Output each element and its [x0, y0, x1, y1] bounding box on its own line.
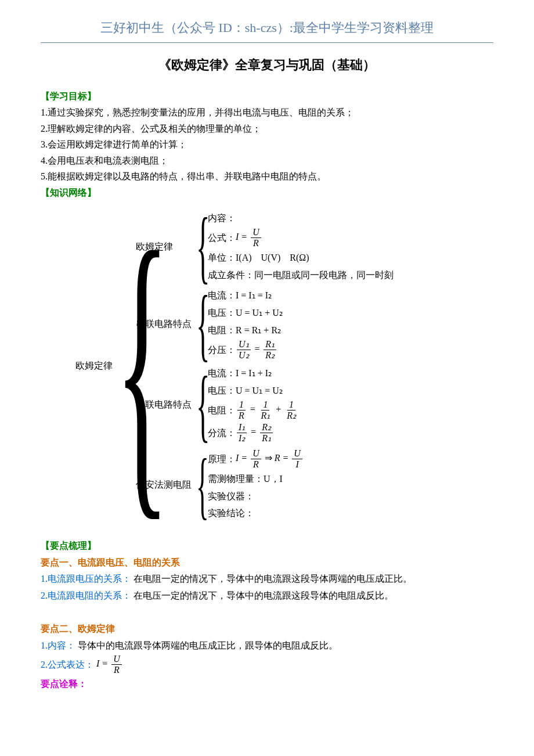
brace-icon: { — [196, 372, 200, 437]
point1-2-label: 2.电流跟电阻的关系： — [41, 591, 131, 600]
page-header: 三好初中生（公众号 ID：sh-czs）:最全中学生学习资料整理 — [41, 17, 493, 43]
formula: I = UR ⇒ R = UI — [236, 449, 304, 469]
goal-item: 1.通过实验探究，熟悉控制变量法的应用，并得出电流与电压、电阻的关系； — [41, 105, 493, 120]
goals-label: 【学习目标】 — [41, 91, 96, 101]
item-prefix: 公式： — [208, 231, 236, 246]
tree-item: 电流：I = I₁ = I₂ — [208, 288, 283, 303]
point-note-label: 要点诠释： — [41, 679, 87, 689]
formula: I = UR — [94, 654, 123, 675]
tree-item: 单位：I(A) U(V) R(Ω) — [208, 250, 394, 265]
tree-item: 电阻：R = R₁ + R₂ — [208, 323, 283, 338]
formula: I₁I₂ = R₂R₁ — [236, 423, 274, 443]
point1-2-text: 在电压一定的情况下，导体中的电流跟这段导体的电阻成反比。 — [134, 591, 394, 600]
item-prefix: 电阻： — [208, 403, 236, 418]
tree-branch-series: 串联电路特点 { 电流：I = I₁ = I₂ 电压：U = U₁ + U₂ 电… — [136, 288, 394, 360]
brace-icon: { — [196, 455, 200, 515]
goal-item: 5.能根据欧姆定律以及电路的特点，得出串、并联电路中电阻的特点。 — [41, 169, 493, 184]
points-label: 【要点梳理】 — [41, 541, 96, 550]
item-prefix: 分压： — [208, 343, 236, 358]
tree-item: 分流： I₁I₂ = R₂R₁ — [208, 423, 299, 443]
tree-item: 成立条件：同一电阻或同一段电路，同一时刻 — [208, 268, 394, 283]
point2-1-text: 导体中的电流跟导体两端的电压成正比，跟导体的电阻成反比。 — [78, 640, 338, 650]
tree-branch-voltammetry: 伏安法测电阻 { 原理： I = UR ⇒ R = UI — [136, 449, 394, 521]
tree-item: 电流：I = I₁ + I₂ — [208, 366, 299, 381]
point1-1-text: 在电阻一定的情况下，导体中的电流跟这段导体两端的电压成正比。 — [134, 574, 412, 584]
tree-item: 内容： — [208, 211, 394, 226]
document-title: 《欧姆定律》全章复习与巩固（基础） — [41, 55, 493, 75]
point1-title: 要点一、电流跟电压、电阻的关系 — [41, 557, 180, 567]
network-label: 【知识网络】 — [41, 188, 96, 197]
tree-item: 公式： I = UR — [208, 228, 394, 248]
point2-2-label: 2.公式表达： — [41, 657, 94, 672]
point2-title: 要点二、欧姆定律 — [41, 624, 115, 633]
formula: 1R = 1R₁ + 1R₂ — [236, 400, 299, 420]
goal-item: 2.理解欧姆定律的内容、公式及相关的物理量的单位； — [41, 121, 493, 136]
key-points: 【要点梳理】 要点一、电流跟电压、电阻的关系 1.电流跟电压的关系： 在电阻一定… — [41, 538, 493, 692]
tree-item: 电压：U = U₁ = U₂ — [208, 383, 299, 398]
goal-item: 3.会运用欧姆定律进行简单的计算； — [41, 137, 493, 152]
tree-root-label: 欧姆定律 — [75, 358, 113, 373]
item-prefix: 原理： — [208, 452, 236, 467]
knowledge-tree: 欧姆定律 { 欧姆定律 { 内容： 公式： I = UR — [75, 211, 493, 521]
tree-branch-parallel: 并联电路特点 { 电流：I = I₁ + I₂ 电压：U = U₁ = U₂ 电… — [136, 366, 394, 443]
tree-branch-ohm: 欧姆定律 { 内容： 公式： I = UR 单位：I(A) U(V) R(Ω) … — [136, 211, 394, 283]
page: 三好初中生（公众号 ID：sh-czs）:最全中学生学习资料整理 《欧姆定律》全… — [0, 0, 534, 717]
tree-item: 实验结论： — [208, 506, 304, 521]
brace-icon: { — [196, 214, 200, 279]
formula: U₁U₂ = R₁R₂ — [236, 340, 277, 360]
goal-item: 4.会用电压表和电流表测电阻； — [41, 153, 493, 168]
tree-item: 电阻： 1R = 1R₁ + 1R₂ — [208, 400, 299, 420]
point2-1-label: 1.内容： — [41, 640, 75, 650]
formula: I = UR — [236, 228, 262, 248]
point1-1-label: 1.电流跟电压的关系： — [41, 574, 131, 584]
tree-item: 分压： U₁U₂ = R₁R₂ — [208, 340, 283, 360]
tree-item: 原理： I = UR ⇒ R = UI — [208, 449, 304, 469]
tree-item: 电压：U = U₁ + U₂ — [208, 305, 283, 321]
tree-item: 需测物理量：U，I — [208, 471, 304, 487]
brace-icon: { — [115, 228, 121, 504]
item-prefix: 分流： — [208, 426, 236, 441]
brace-icon: { — [196, 291, 200, 357]
tree-item: 实验仪器： — [208, 489, 304, 504]
